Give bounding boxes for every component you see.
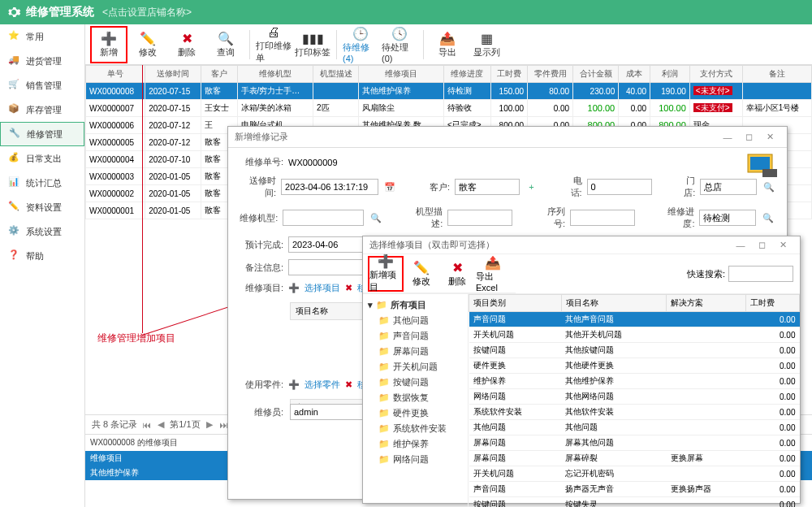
add-cust-icon[interactable]: +: [525, 179, 538, 195]
folder-icon: 📁: [378, 377, 390, 388]
dlg2-tool-x[interactable]: ✖删除: [439, 256, 475, 292]
items-grid[interactable]: 项目类别项目名称解决方案工时费声音问题其他声音问题0.00开关机问题其他开关机问…: [469, 294, 800, 507]
dlg1-close[interactable]: ✕: [759, 132, 780, 142]
table-row[interactable]: 屏幕问题屏幕碎裂更换屏幕0.00: [469, 451, 800, 466]
sidebar-item-gear[interactable]: ⚙️系统设置: [0, 219, 84, 244]
category-tree[interactable]: ▾ 📁所有项目 📁其他问题 📁声音问题 📁屏幕问题 📁开关机问题 📁按键问题 📁…: [363, 294, 468, 507]
tool-clock[interactable]: 🕒待维修(4): [342, 26, 379, 63]
sidebar-item-star[interactable]: ⭐常用: [0, 24, 84, 49]
tree-item[interactable]: 📁维护保养: [368, 436, 463, 452]
search-model-icon[interactable]: 🔍: [369, 210, 383, 226]
tree-item[interactable]: 📁系统软件安装: [368, 421, 463, 436]
sidebar-item-pencil[interactable]: ✏️资料设置: [0, 195, 84, 219]
table-row[interactable]: 开关机问题忘记开机密码0.00: [469, 466, 800, 482]
tree-item[interactable]: 📁网络问题: [368, 452, 463, 467]
sel-item-btn[interactable]: 选择项目: [304, 282, 340, 294]
calendar-icon[interactable]: 📅: [383, 179, 397, 195]
search-input[interactable]: [728, 266, 793, 282]
pager-prev[interactable]: ◀: [155, 419, 166, 431]
tool-pencil[interactable]: ✏️修改: [129, 26, 166, 63]
table-row[interactable]: WX00000072020-07-15王女士冰箱/美的冰箱2匹风扇除尘待验收10…: [86, 100, 812, 117]
tree-item[interactable]: ▾ 📁所有项目: [368, 297, 463, 313]
input-est[interactable]: [288, 236, 369, 253]
input-serial[interactable]: [570, 210, 635, 226]
dlg1-max[interactable]: ◻: [738, 132, 759, 142]
tree-item[interactable]: 📁开关机问题: [368, 359, 463, 375]
tool-search[interactable]: 🔍查询: [207, 26, 244, 63]
table-row[interactable]: 声音问题其他声音问题0.00: [469, 312, 800, 327]
table-row[interactable]: 按键问题按键失灵0.00: [469, 497, 800, 508]
dlg2-title: 选择维修项目（双击即可选择）: [369, 239, 495, 251]
search-prog-icon[interactable]: 🔍: [761, 210, 775, 226]
add-item-icon: ➕: [288, 283, 300, 293]
table-row[interactable]: 按键问题其他按键问题0.00: [469, 343, 800, 358]
table-row[interactable]: 声音问题扬声器无声音更换扬声器0.00: [469, 482, 800, 497]
select-item-dialog: 选择维修项目（双击即可选择） — ◻ ✕ ➕新增项目✏️修改✖删除📤导出Exce…: [362, 236, 801, 504]
tree-item[interactable]: 📁硬件更换: [368, 405, 463, 421]
truck-icon: 🚚: [8, 54, 21, 67]
pager-first[interactable]: ⏮: [140, 419, 152, 431]
svg-rect-1: [750, 157, 770, 170]
sel-part-btn[interactable]: 选择零件: [304, 379, 340, 391]
dlg2-titlebar[interactable]: 选择维修项目（双击即可选择） — ◻ ✕: [363, 236, 800, 254]
input-model[interactable]: [283, 210, 364, 226]
table-row[interactable]: WX00000082020-07-15散客手表/穷力士手…其他维护保养待检测15…: [86, 83, 812, 100]
search-label: 快速搜索:: [687, 268, 725, 280]
sidebar-item-help[interactable]: ❓帮助: [0, 244, 84, 268]
tool-x[interactable]: ✖删除: [168, 26, 205, 63]
dlg2-tool-pencil[interactable]: ✏️修改: [404, 256, 439, 292]
input-prog[interactable]: [699, 210, 756, 226]
input-repairer[interactable]: [290, 404, 371, 420]
sidebar-item-money[interactable]: 💰日常支出: [0, 146, 84, 171]
dlg2-tool-plus[interactable]: ➕新增项目: [368, 256, 404, 292]
dlg2-max[interactable]: ◻: [751, 240, 772, 250]
chart-icon: 📊: [8, 176, 21, 189]
table-row[interactable]: 系统软件安装其他软件安装0.00: [469, 405, 800, 420]
tool-export[interactable]: 📤导出: [429, 26, 466, 63]
dlg2-min[interactable]: —: [730, 240, 751, 250]
pager-summary: 共 8 条记录: [92, 418, 137, 431]
dlg2-close[interactable]: ✕: [772, 240, 793, 250]
sidebar-item-wrench[interactable]: 🔧维修管理: [0, 122, 84, 146]
input-desc[interactable]: [447, 210, 512, 226]
search-store-icon[interactable]: 🔍: [762, 179, 775, 195]
gear-icon: ⚙️: [8, 225, 21, 238]
dlg1-title: 新增维修记录: [235, 131, 288, 143]
sidebar-item-chart[interactable]: 📊统计汇总: [0, 171, 84, 195]
tree-item[interactable]: 📁屏幕问题: [368, 344, 463, 359]
cart-icon: 🛒: [8, 79, 21, 92]
tool-barcode[interactable]: ▮▮▮打印标签: [294, 26, 331, 63]
plus-icon: ➕: [378, 254, 394, 269]
tool-columns[interactable]: ▦显示列: [468, 26, 505, 63]
sidebar-item-cart[interactable]: 🛒销售管理: [0, 73, 84, 98]
table-row[interactable]: 其他问题其他问题0.00: [469, 420, 800, 436]
table-row[interactable]: 开关机问题其他开关机问题0.00: [469, 327, 800, 343]
pager-next[interactable]: ▶: [204, 419, 215, 431]
dlg2-tool-export[interactable]: 📤导出Excel: [475, 256, 511, 292]
sidebar: ⭐常用🚚进货管理🛒销售管理📦库存管理🔧维修管理💰日常支出📊统计汇总✏️资料设置⚙…: [0, 24, 85, 507]
tool-plus[interactable]: ➕新增: [90, 26, 127, 63]
tree-item[interactable]: 📁按键问题: [368, 375, 463, 390]
input-store[interactable]: [700, 179, 757, 195]
print-icon: 🖨: [266, 25, 282, 40]
tree-item[interactable]: 📁数据恢复: [368, 390, 463, 405]
input-cust[interactable]: [455, 179, 520, 195]
sidebar-item-truck[interactable]: 🚚进货管理: [0, 49, 84, 73]
annot-line-1: [142, 65, 143, 333]
tool-clock2[interactable]: 🕓待处理(0): [381, 26, 418, 63]
dlg2-toolbar: ➕新增项目✏️修改✖删除📤导出Excel: [363, 254, 516, 293]
table-row[interactable]: 网络问题其他网络问题0.00: [469, 389, 800, 405]
app-subtitle[interactable]: <点击设置店铺名称>: [102, 6, 192, 20]
tree-item[interactable]: 📁其他问题: [368, 313, 463, 328]
input-phone[interactable]: [587, 179, 652, 195]
table-row[interactable]: 屏幕问题屏幕其他问题0.00: [469, 436, 800, 451]
dlg1-min[interactable]: —: [717, 132, 738, 142]
dlg1-titlebar[interactable]: 新增维修记录 — ◻ ✕: [228, 127, 787, 148]
sidebar-item-box[interactable]: 📦库存管理: [0, 98, 84, 122]
tree-item[interactable]: 📁声音问题: [368, 328, 463, 344]
table-row[interactable]: 维护保养其他维护保养0.00: [469, 374, 800, 389]
input-sendtime[interactable]: [281, 179, 378, 195]
tool-print[interactable]: 🖨打印维修单: [255, 26, 292, 63]
table-row[interactable]: 硬件更换其他硬件更换0.00: [469, 358, 800, 374]
app-title: 维修管理系统: [26, 5, 94, 20]
